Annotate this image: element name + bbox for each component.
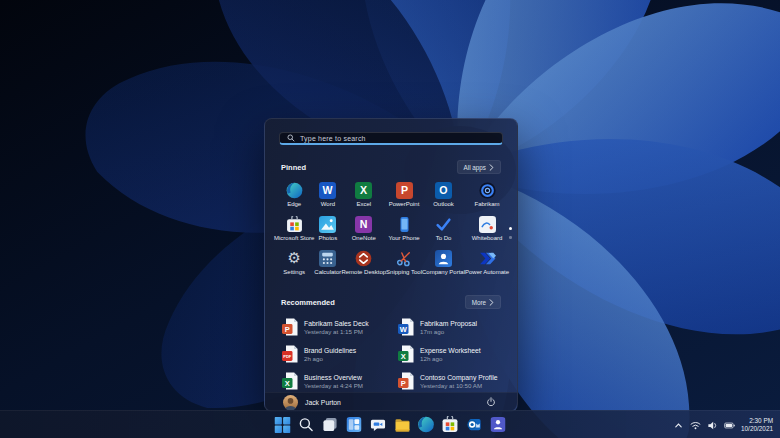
- pinned-app-fabrikam[interactable]: Fabrikam: [465, 181, 509, 215]
- chat-taskbar-button[interactable]: [368, 414, 389, 436]
- outlook-icon: [467, 417, 482, 432]
- volume-icon[interactable]: [707, 420, 718, 431]
- file-explorer-icon: [394, 417, 410, 433]
- recommended-item-time: 17m ago: [420, 328, 477, 335]
- photos-icon: [319, 216, 336, 233]
- pinned-app-onenote[interactable]: N OneNote: [341, 215, 386, 249]
- page-dot-active[interactable]: [509, 227, 512, 230]
- recommended-item-fabrikam-sales-deck[interactable]: P Fabrikam Sales Deck Yesterday at 1:15 …: [277, 316, 389, 338]
- automate-icon: [479, 250, 496, 267]
- recommended-item-title: Expense Worksheet: [420, 347, 481, 354]
- app-label: Microsoft Store: [274, 235, 314, 241]
- pinned-section-title: Pinned: [281, 163, 306, 172]
- start-taskbar-button[interactable]: [272, 414, 293, 436]
- svg-text:X: X: [285, 379, 290, 388]
- task-view-taskbar-button[interactable]: [320, 414, 341, 436]
- widgets-taskbar-button[interactable]: [344, 414, 365, 436]
- outlook-icon: O: [435, 182, 452, 199]
- pinned-apps-grid: Edge W Word X Excel P PowerPoint O Outlo…: [274, 181, 508, 283]
- store-icon: [442, 416, 459, 433]
- app-label: OneNote: [352, 235, 376, 241]
- pinned-app-outlook[interactable]: O Outlook: [422, 181, 465, 215]
- svg-text:W: W: [400, 325, 408, 334]
- app-label: Photos: [319, 235, 338, 241]
- pinned-app-to-do[interactable]: To Do: [422, 215, 465, 249]
- search-taskbar-button[interactable]: [296, 414, 317, 436]
- pinned-app-calculator[interactable]: Calculator: [314, 249, 341, 283]
- svg-text:O: O: [439, 184, 447, 196]
- svg-text:W: W: [323, 184, 333, 196]
- app-label: PowerPoint: [389, 201, 420, 207]
- remote-icon: [355, 250, 372, 267]
- pinned-app-photos[interactable]: Photos: [314, 215, 341, 249]
- app-label: Outlook: [433, 201, 454, 207]
- pinned-app-whiteboard[interactable]: Whiteboard: [465, 215, 509, 249]
- pinned-app-your-phone[interactable]: Your Phone: [386, 215, 422, 249]
- pinned-page-indicator[interactable]: [509, 227, 512, 239]
- edge-icon: [286, 182, 303, 199]
- task-view-icon: [323, 417, 338, 432]
- settings-icon: ⚙: [286, 250, 303, 267]
- search-input[interactable]: Type here to search: [279, 132, 503, 145]
- edge-icon: [418, 416, 435, 433]
- power-button[interactable]: [483, 394, 499, 410]
- pinned-app-powerpoint[interactable]: P PowerPoint: [386, 181, 422, 215]
- pinned-app-excel[interactable]: X Excel: [341, 181, 386, 215]
- taskbar: 2:30 PM 10/20/2021: [0, 410, 780, 438]
- recommended-item-fabrikam-proposal[interactable]: W Fabrikam Proposal 17m ago: [393, 316, 505, 338]
- wifi-icon[interactable]: [690, 420, 701, 431]
- svg-text:X: X: [360, 184, 367, 196]
- pinned-app-power-automate[interactable]: Power Automate: [465, 249, 509, 283]
- pinned-app-settings[interactable]: ⚙ Settings: [274, 249, 314, 283]
- tray-overflow-chevron-icon[interactable]: [673, 420, 684, 431]
- svg-text:PDF: PDF: [283, 354, 292, 359]
- powerpoint-icon: P: [396, 182, 413, 199]
- recommended-item-contoso-company-profile[interactable]: P Contoso Company Profile Yesterday at 1…: [393, 370, 505, 392]
- app-label: Edge: [287, 201, 301, 207]
- user-name[interactable]: Jack Purton: [305, 399, 341, 406]
- app-label: Your Phone: [388, 235, 419, 241]
- recommended-item-title: Fabrikam Proposal: [420, 320, 477, 327]
- app-label: Remote Desktop: [341, 269, 386, 275]
- recommended-grid: P Fabrikam Sales Deck Yesterday at 1:15 …: [277, 316, 505, 392]
- recommended-item-title: Fabrikam Sales Deck: [304, 320, 369, 327]
- portal-icon: [435, 250, 452, 267]
- edge-taskbar-button[interactable]: [416, 414, 437, 436]
- powerpoint-file-icon: P: [282, 318, 298, 336]
- page-dot-inactive[interactable]: [509, 236, 512, 239]
- battery-icon[interactable]: [724, 420, 735, 431]
- recommended-item-brand-guidelines[interactable]: PDF Brand Guidelines 2h ago: [277, 343, 389, 365]
- pinned-app-remote-desktop[interactable]: Remote Desktop: [341, 249, 386, 283]
- svg-text:P: P: [400, 184, 407, 196]
- tray-time: 2:30 PM: [741, 417, 773, 425]
- file-explorer-taskbar-button[interactable]: [392, 414, 413, 436]
- pinned-app-edge[interactable]: Edge: [274, 181, 314, 215]
- fabrikam-icon: [479, 182, 496, 199]
- recommended-item-time: Yesterday at 1:15 PM: [304, 328, 369, 335]
- teams-taskbar-button[interactable]: [488, 414, 509, 436]
- more-button[interactable]: More: [465, 295, 501, 309]
- app-label: To Do: [436, 235, 452, 241]
- chevron-right-icon: [489, 299, 494, 306]
- pinned-app-company-portal[interactable]: Company Portal: [422, 249, 465, 283]
- search-icon: [299, 417, 314, 432]
- avatar[interactable]: [283, 395, 298, 410]
- recommended-item-expense-worksheet[interactable]: X Expense Worksheet 12h ago: [393, 343, 505, 365]
- search-placeholder: Type here to search: [300, 135, 366, 142]
- tray-date: 10/20/2021: [741, 425, 773, 433]
- pinned-app-microsoft-store[interactable]: Microsoft Store: [274, 215, 314, 249]
- all-apps-button[interactable]: All apps: [457, 160, 501, 174]
- taskbar-buttons: [272, 414, 509, 436]
- start-menu: Type here to search Pinned All apps Edge…: [264, 118, 518, 412]
- powerpoint-file-icon: P: [398, 372, 414, 390]
- app-label: Company Portal: [422, 269, 465, 275]
- store-taskbar-button[interactable]: [440, 414, 461, 436]
- pinned-app-snipping-tool[interactable]: Snipping Tool: [386, 249, 422, 283]
- pinned-app-word[interactable]: W Word: [314, 181, 341, 215]
- excel-file-icon: X: [398, 345, 414, 363]
- app-label: Settings: [283, 269, 305, 275]
- clock[interactable]: 2:30 PM 10/20/2021: [741, 417, 773, 433]
- chat-icon: [371, 417, 386, 432]
- outlook-taskbar-button[interactable]: [464, 414, 485, 436]
- recommended-item-business-overview[interactable]: X Business Overview Yesterday at 4:24 PM: [277, 370, 389, 392]
